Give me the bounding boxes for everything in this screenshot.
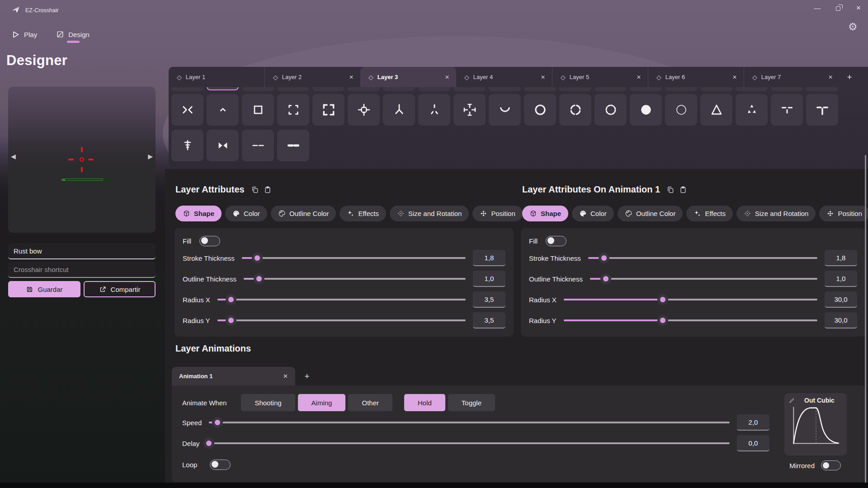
speed-slider[interactable] (209, 417, 730, 428)
close-tab-icon[interactable]: ✕ (828, 74, 833, 80)
tab-shape-anim[interactable]: Shape (522, 206, 568, 221)
pencil-icon[interactable] (789, 397, 795, 404)
radius-x-anim-value[interactable]: 30,0 (825, 291, 857, 308)
shape-circle[interactable] (524, 94, 556, 126)
tab-position-anim[interactable]: Position (819, 206, 868, 221)
speed-value[interactable]: 2,0 (737, 414, 769, 431)
save-button[interactable]: Guardar (8, 281, 80, 297)
easing-card[interactable]: Out Cubic (784, 393, 847, 455)
trigger-shooting-button[interactable]: Shooting (241, 394, 295, 411)
shape-tri-lines[interactable] (383, 94, 415, 126)
shape-corners-small[interactable] (277, 94, 309, 126)
tab-effects-anim[interactable]: Effects (686, 206, 733, 221)
radius-x-value[interactable]: 3,5 (473, 291, 505, 308)
radius-y-anim-slider[interactable] (564, 315, 817, 326)
shape-t-dash-long[interactable] (806, 94, 838, 126)
shape-corners-large[interactable] (312, 94, 344, 126)
trigger-aiming-button[interactable]: Aiming (298, 394, 346, 411)
stroke-thickness-value[interactable]: 1,8 (473, 250, 505, 266)
mode-hold-button[interactable]: Hold (404, 394, 445, 411)
fill-toggle-anim[interactable] (546, 236, 566, 246)
close-window-button[interactable]: ✕ (852, 3, 865, 13)
loop-toggle[interactable] (210, 460, 231, 470)
nav-design[interactable]: Design (56, 30, 90, 38)
tab-layer-5[interactable]: ◇ Layer 5 ✕ (552, 67, 648, 87)
shape-arrows-horizontal[interactable] (207, 130, 239, 161)
close-tab-icon[interactable]: ✕ (445, 74, 449, 80)
shape-arc-bottom[interactable] (489, 94, 521, 126)
shape-circle-filled[interactable] (630, 94, 662, 126)
close-animation-icon[interactable]: ✕ (283, 373, 288, 380)
preview-next-button[interactable]: ▶ (148, 153, 153, 160)
outline-thickness-anim-slider[interactable] (590, 273, 817, 284)
shape-triangle[interactable] (700, 94, 732, 126)
tab-color[interactable]: Color (225, 206, 267, 221)
shape-circle-arcs[interactable] (559, 94, 591, 126)
fill-toggle[interactable] (199, 236, 220, 246)
restore-button[interactable] (831, 3, 845, 13)
delay-value[interactable]: 0,0 (737, 435, 769, 451)
copy-icon[interactable] (666, 186, 675, 194)
crosshair-name-input[interactable] (8, 243, 156, 259)
shape-t-cross-inward[interactable] (348, 94, 380, 126)
tab-size-rotation-anim[interactable]: Size and Rotation (736, 206, 816, 221)
minimize-button[interactable]: — (811, 3, 824, 13)
outline-thickness-anim-value[interactable]: 1,0 (825, 271, 857, 287)
tab-layer-4[interactable]: ◇ Layer 4 ✕ (456, 67, 552, 87)
tab-layer-7[interactable]: ◇ Layer 7 ✕ (744, 67, 840, 87)
radius-y-anim-value[interactable]: 30,0 (825, 312, 857, 328)
radius-y-slider[interactable] (217, 315, 466, 326)
tab-outline-color[interactable]: Outline Color (271, 206, 336, 221)
radius-x-slider[interactable] (217, 294, 466, 305)
mode-toggle-button[interactable]: Toggle (448, 394, 495, 411)
shape-arrows-inward[interactable] (171, 94, 203, 126)
copy-icon[interactable] (251, 186, 259, 194)
shape-circle-dashed[interactable] (594, 94, 627, 126)
shape-chevron-up[interactable] (207, 94, 239, 126)
close-tab-icon[interactable]: ✕ (349, 74, 354, 80)
outline-thickness-slider[interactable] (244, 273, 466, 284)
radius-x-anim-slider[interactable] (564, 294, 817, 305)
shape-sight-scale[interactable] (171, 130, 203, 161)
tab-color-anim[interactable]: Color (572, 206, 614, 221)
shape-dashes-thin[interactable] (242, 130, 274, 161)
shape-circle-thin[interactable] (665, 94, 697, 126)
shape-t-cross-outward[interactable] (453, 94, 486, 126)
settings-gear-icon[interactable]: ⚙ (848, 21, 858, 33)
tab-animation-1[interactable]: Animation 1 ✕ (172, 367, 295, 385)
stroke-thickness-anim-slider[interactable] (588, 253, 817, 263)
share-button[interactable]: Compartir (84, 281, 156, 297)
stroke-thickness-slider[interactable] (242, 253, 466, 263)
tab-size-rotation[interactable]: Size and Rotation (390, 206, 469, 221)
paste-icon[interactable] (264, 186, 272, 194)
nav-play[interactable]: Play (11, 30, 37, 39)
crosshair-shortcut-input[interactable] (8, 262, 156, 278)
close-tab-icon[interactable]: ✕ (732, 74, 737, 80)
stroke-thickness-anim-value[interactable]: 1,8 (825, 250, 857, 266)
outline-thickness-value[interactable]: 1,0 (473, 271, 505, 287)
tab-outline-color-anim[interactable]: Outline Color (618, 206, 683, 221)
trigger-other-button[interactable]: Other (348, 394, 392, 411)
tab-layer-3[interactable]: ◇ Layer 3 ✕ (360, 67, 456, 87)
close-tab-icon[interactable]: ✕ (637, 74, 641, 80)
tab-layer-6[interactable]: ◇ Layer 6 ✕ (648, 67, 744, 87)
add-layer-button[interactable]: + (840, 67, 859, 87)
shape-square[interactable] (242, 94, 274, 126)
close-tab-icon[interactable]: ✕ (541, 74, 545, 80)
preview-prev-button[interactable]: ◀ (11, 153, 16, 160)
paste-icon[interactable] (679, 186, 687, 194)
tab-layer-2[interactable]: ◇ Layer 2 ✕ (264, 67, 360, 87)
shape-dashes-thick[interactable] (277, 130, 309, 161)
shape-t-dash-short[interactable] (771, 94, 803, 126)
mirrored-toggle[interactable] (821, 460, 841, 470)
tab-effects[interactable]: Effects (340, 206, 386, 221)
radius-y-value[interactable]: 3,5 (473, 312, 505, 328)
shape-tri-dashes[interactable] (418, 94, 450, 126)
delay-slider[interactable] (207, 438, 730, 449)
tab-layer-1[interactable]: ◇ Layer 1 (169, 67, 264, 87)
add-animation-button[interactable]: + (295, 371, 319, 381)
tab-shape[interactable]: Shape (175, 206, 222, 221)
vertical-scrollbar[interactable] (865, 155, 866, 486)
shape-tri-arrows[interactable] (736, 94, 768, 126)
tab-position[interactable]: Position (472, 206, 522, 221)
